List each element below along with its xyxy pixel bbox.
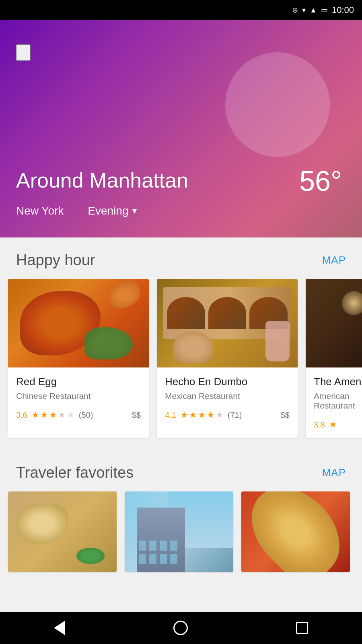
traveler-card-3[interactable] [241, 491, 350, 572]
hero-section: ← 56° Around Manhattan New York Evening … [0, 20, 362, 237]
price-2: $$ [281, 411, 290, 420]
status-bar: ⊕ ▾ ▲ ▭ 10:00 [0, 0, 362, 20]
traveler-header: Traveler favorites MAP [0, 450, 362, 491]
star-h2: ★ [189, 410, 197, 420]
restaurant-name-3: The Amen [314, 376, 362, 388]
star-3: ★ [49, 410, 57, 420]
temperature: 56° [299, 165, 342, 197]
traveler-map-link[interactable]: MAP [322, 466, 346, 479]
rating-row-1: 3.6 ★ ★ ★ ★ ★ (50) $$ [16, 410, 141, 420]
rating-number-3: 3.8 [314, 420, 325, 429]
traveler-title: Traveler favorites [16, 464, 134, 481]
traveler-image-3 [241, 491, 350, 572]
traveler-image-2 [125, 491, 233, 572]
card-info-amen: The Amen American Restaurant 3.8 ★ [306, 367, 362, 438]
card-the-amen[interactable]: The Amen American Restaurant 3.8 ★ [306, 279, 362, 438]
happy-hour-header: Happy hour MAP [0, 237, 362, 279]
star-h3: ★ [198, 410, 206, 420]
traveler-image-1 [8, 491, 117, 572]
star-1: ★ [31, 410, 39, 420]
stars-2: ★ ★ ★ ★ ★ [180, 410, 224, 420]
star-h5: ★ [216, 410, 224, 420]
location-icon: ⊕ [292, 6, 298, 14]
restaurant-name-2: Hecho En Dumbo [165, 376, 290, 388]
status-time: 10:00 [332, 5, 354, 15]
rating-number-1: 3.6 [16, 411, 27, 420]
card-info-hecho: Hecho En Dumbo Mexican Restaurant 4.1 ★ … [157, 367, 298, 428]
happy-hour-cards: Red Egg Chinese Restaurant 3.6 ★ ★ ★ ★ ★… [0, 279, 362, 450]
card-red-egg[interactable]: Red Egg Chinese Restaurant 3.6 ★ ★ ★ ★ ★… [8, 279, 149, 438]
price-1: $$ [132, 411, 141, 420]
restaurant-name-1: Red Egg [16, 376, 141, 388]
card-image-hecho [157, 279, 298, 367]
restaurant-type-3: American Restaurant [314, 391, 362, 411]
nav-home-button[interactable] [173, 621, 188, 635]
rating-number-2: 4.1 [165, 411, 176, 420]
time-label: Evening [88, 204, 128, 217]
star-4: ★ [58, 410, 66, 420]
traveler-cards [0, 491, 362, 584]
back-button[interactable]: ← [16, 44, 31, 61]
nav-recent-button[interactable] [296, 622, 308, 634]
card-hecho-en-dumbo[interactable]: Hecho En Dumbo Mexican Restaurant 4.1 ★ … [157, 279, 298, 438]
card-info-red-egg: Red Egg Chinese Restaurant 3.6 ★ ★ ★ ★ ★… [8, 367, 149, 428]
traveler-card-1[interactable] [8, 491, 117, 572]
hero-meta: New York Evening ▾ [0, 204, 362, 217]
content-area: Happy hour MAP Red Egg Chinese Restauran… [0, 237, 362, 584]
battery-icon: ▭ [321, 6, 328, 14]
hero-location: New York [16, 204, 64, 217]
card-image-red-egg [8, 279, 149, 367]
review-count-2: (71) [228, 411, 242, 420]
star-a1: ★ [329, 419, 337, 430]
star-h4: ★ [207, 410, 215, 420]
stars-1: ★ ★ ★ ★ ★ [31, 410, 75, 420]
review-count-1: (50) [79, 411, 93, 420]
stars-3: ★ [329, 419, 337, 430]
android-nav-bar [0, 612, 362, 644]
traveler-favorites-section: Traveler favorites MAP [0, 450, 362, 584]
rating-row-3: 3.8 ★ [314, 419, 362, 430]
wifi-icon: ▾ [302, 6, 306, 14]
building-windows [139, 541, 177, 564]
card-image-amen [306, 279, 362, 367]
restaurant-type-2: Mexican Restaurant [165, 391, 290, 401]
restaurant-type-1: Chinese Restaurant [16, 391, 141, 401]
happy-hour-map-link[interactable]: MAP [322, 254, 346, 266]
rating-row-2: 4.1 ★ ★ ★ ★ ★ (71) $$ [165, 410, 290, 420]
chevron-down-icon: ▾ [132, 206, 137, 216]
signal-icon: ▲ [310, 6, 317, 14]
time-selector[interactable]: Evening ▾ [88, 204, 137, 217]
star-h1: ★ [180, 410, 188, 420]
nav-back-button[interactable] [54, 621, 65, 635]
star-2: ★ [40, 410, 48, 420]
star-5: ★ [67, 410, 75, 420]
traveler-card-2[interactable] [125, 491, 233, 572]
happy-hour-title: Happy hour [16, 252, 95, 269]
